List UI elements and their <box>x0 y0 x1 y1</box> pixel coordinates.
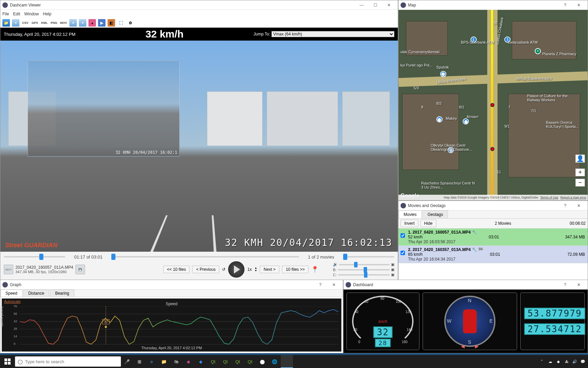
gear-icon[interactable]: ⚙ <box>127 19 134 27</box>
video-viewport[interactable]: 32 KMH 20/04/2017 16:02:1 32 KMH 20/04/2… <box>0 41 398 252</box>
clips-slider[interactable] <box>343 254 394 260</box>
export-mov[interactable]: MOV <box>60 19 67 27</box>
report-link[interactable]: Report a map error <box>560 196 586 199</box>
mute-icon[interactable]: ▣ <box>391 262 394 267</box>
map-pin[interactable]: ⬤ <box>463 118 469 124</box>
close-button[interactable]: ✕ <box>327 281 341 289</box>
jump-select[interactable]: Vmax (64 km/h) <box>271 31 394 37</box>
dash-titlebar[interactable]: Dashboard ? ✕ <box>344 280 588 290</box>
menu-edit[interactable]: Edit <box>13 12 20 16</box>
tab-geotags[interactable]: Geotags <box>422 210 448 218</box>
open-folder-icon[interactable]: 📁 <box>2 19 10 27</box>
app-2-icon[interactable]: ◆ <box>195 355 207 368</box>
search-input[interactable] <box>25 359 118 364</box>
app-4-icon[interactable]: Qt <box>219 355 232 368</box>
close-button[interactable]: ✕ <box>382 1 396 9</box>
prev-arrow-icon[interactable]: ◀ <box>461 343 465 349</box>
reset-b-icon[interactable]: ▣ <box>391 267 394 272</box>
explorer-icon[interactable]: 📁 <box>158 355 170 368</box>
tray-notifications-icon[interactable]: 💬 <box>580 358 586 365</box>
play-button[interactable] <box>228 261 244 278</box>
menu-file[interactable]: File <box>2 12 9 16</box>
volume-icon[interactable]: 🔊 <box>333 262 338 267</box>
menu-window[interactable]: Window <box>24 12 39 16</box>
movie-row[interactable]: 1. 2017_0420_160057_011A.MP4 🔧 52 km/h03… <box>398 229 588 246</box>
movie-checkbox[interactable] <box>401 251 405 255</box>
map-pin[interactable]: + <box>535 48 541 54</box>
app-3-icon[interactable]: Qt <box>207 355 219 368</box>
tray-onedrive-icon[interactable]: ☁ <box>547 358 553 365</box>
autoscale-link[interactable]: Autoscale <box>4 299 20 304</box>
reset-c-icon[interactable]: ▣ <box>391 273 394 277</box>
pegman-icon[interactable]: 👤 <box>575 154 585 163</box>
movies-titlebar[interactable]: Movies and Geotags ? ✕ <box>398 201 588 210</box>
tray-network-icon[interactable]: 🖧 <box>563 358 570 365</box>
help-button[interactable]: ? <box>313 281 327 289</box>
close-button[interactable]: ✕ <box>572 1 586 9</box>
invert-button[interactable]: Invert <box>401 220 418 227</box>
app-1-icon[interactable]: ◆ <box>182 355 195 368</box>
export-gpx[interactable]: GPX <box>31 19 39 27</box>
map-canvas[interactable]: $ $ + ⬤ ⬤ ⬤ ⬤ BPS-Sberbank ATM Belarusba… <box>398 10 588 200</box>
tab-movies[interactable]: Movies <box>398 210 422 218</box>
tag-3-icon[interactable]: ▾ <box>79 19 86 27</box>
export-kml[interactable]: KML <box>41 19 48 27</box>
trim-slider[interactable] <box>4 254 65 260</box>
tray-volume-icon[interactable]: 🔊 <box>572 358 578 365</box>
volume-slider[interactable] <box>339 264 390 265</box>
next-arrow-icon[interactable]: ▶ <box>475 343 479 349</box>
zoom-in-button[interactable]: + <box>575 168 585 176</box>
movie-row[interactable]: 2. 2017_0420_160357_013A.MP4 🔧 🏁 65 km/h… <box>398 246 588 263</box>
tab-distance[interactable]: Distance <box>23 290 50 297</box>
mic-icon[interactable]: 🎤 <box>121 355 133 368</box>
orange-tool-icon[interactable]: ◧ <box>108 19 115 27</box>
rate-stepper[interactable]: ▲▼ <box>254 267 257 272</box>
reload-icon[interactable]: ↺ <box>222 267 225 272</box>
graph-canvas[interactable]: Autoscale Speed Speed (km/h) 32 Thursday… <box>2 298 341 352</box>
fullscreen-icon[interactable]: ⛶ <box>117 19 125 27</box>
terms-link[interactable]: Terms of Use <box>540 196 558 199</box>
tray-app-icon[interactable]: ◆ <box>555 358 561 365</box>
store-icon[interactable]: 🛍 <box>170 355 182 368</box>
close-button[interactable]: ✕ <box>572 281 586 289</box>
geotag-pin-icon[interactable]: 📍 <box>311 266 319 273</box>
pip-video[interactable]: 32 KMH 20/04/2017 16:02:1 <box>28 61 180 157</box>
forward-10-button[interactable]: 10 files >> <box>282 266 308 273</box>
menu-help[interactable]: Help <box>43 12 52 16</box>
graph-titlebar[interactable]: Graph ? ✕ <box>0 280 343 290</box>
tray-chevron-icon[interactable]: ˄ <box>539 358 545 365</box>
search-box[interactable]: ◯ <box>15 356 121 367</box>
app-5-icon[interactable]: Qt <box>232 355 244 368</box>
help-button[interactable]: ? <box>558 1 572 9</box>
close-button[interactable]: ✕ <box>572 202 586 210</box>
edge-icon[interactable]: e <box>145 355 158 368</box>
tab-bearing[interactable]: Bearing <box>50 290 74 297</box>
help-button[interactable]: ? <box>558 202 572 210</box>
minimize-button[interactable]: — <box>355 1 368 9</box>
chrome-icon[interactable]: 🌐 <box>268 355 281 368</box>
brightness-slider[interactable] <box>338 269 390 270</box>
app-6-icon[interactable]: Qt <box>244 355 256 368</box>
save-file-icon[interactable]: 💾 <box>75 265 85 274</box>
contrast-slider[interactable] <box>338 274 390 276</box>
next-button[interactable]: Next > <box>260 266 279 273</box>
tag-1-icon[interactable]: ▾ <box>12 19 19 27</box>
map-pin[interactable]: ⬤ <box>440 71 446 77</box>
back-10-button[interactable]: << 10 files <box>163 266 190 273</box>
viewer-titlebar[interactable]: Dashcam Viewer — ☐ ✕ <box>0 0 398 10</box>
previous-button[interactable]: < Previous <box>192 266 219 273</box>
hide-button[interactable]: Hide <box>420 220 436 227</box>
zoom-out-button[interactable]: − <box>575 179 585 187</box>
tag-2-icon[interactable]: ▾ <box>69 19 77 27</box>
dashcam-taskbar-icon[interactable] <box>281 355 293 368</box>
maximize-button[interactable]: ☐ <box>368 1 382 9</box>
map-titlebar[interactable]: Map ? ✕ <box>398 0 588 10</box>
task-view-icon[interactable]: ⊞ <box>133 355 145 368</box>
pink-tool-icon[interactable]: ⬥ <box>88 19 96 27</box>
tab-speed[interactable]: Speed <box>0 290 23 297</box>
export-png[interactable]: PNG <box>50 19 58 27</box>
seek-slider[interactable] <box>111 254 299 260</box>
export-csv[interactable]: CSV <box>22 19 29 27</box>
video-tool-icon[interactable]: ▶ <box>98 19 106 27</box>
start-button[interactable] <box>0 355 15 368</box>
